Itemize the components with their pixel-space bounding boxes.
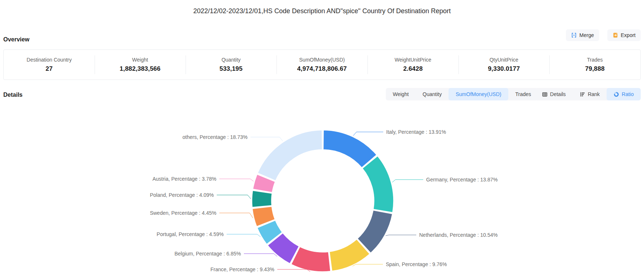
chart-leader-others xyxy=(250,137,283,141)
view-tab-group: DetailsRankRatio xyxy=(535,88,641,100)
stat-label: Weight xyxy=(132,57,148,63)
chart-leader-spain xyxy=(352,264,383,266)
chart-label-spain: Spain, Percentage : 9.76% xyxy=(386,261,447,267)
stat-value: 4,974,718,806.67 xyxy=(297,65,347,73)
chart-leader-netherlands xyxy=(386,235,417,236)
view-tab-rank[interactable]: Rank xyxy=(573,88,607,100)
table-icon xyxy=(542,92,548,97)
chart-label-austria: Austria, Percentage : 3.78% xyxy=(153,176,216,182)
donut-slice-france[interactable] xyxy=(291,247,330,272)
chart-label-sweden: Sweden, Percentage : 4.45% xyxy=(150,210,216,216)
stat-cell-weight: Weight1,882,383,566 xyxy=(95,50,186,80)
metric-tab-sumofmoney-usd[interactable]: SumOfMoney(USD) xyxy=(449,88,508,100)
stat-label: Quantity xyxy=(222,57,241,63)
chart-label-italy: Italy, Percentage : 13.91% xyxy=(386,129,446,135)
chart-leader-austria xyxy=(219,179,253,181)
stat-cell-quantity: Quantity533,195 xyxy=(186,50,277,80)
chart-leader-poland xyxy=(217,195,251,199)
details-heading: Details xyxy=(3,92,22,98)
stat-value: 1,882,383,566 xyxy=(120,65,160,73)
view-tab-label: Details xyxy=(550,91,566,97)
chart-leader-germany xyxy=(392,180,423,182)
chart-label-portugal: Portugal, Percentage : 4.59% xyxy=(157,231,224,237)
chart-label-germany: Germany, Percentage : 13.87% xyxy=(426,177,498,183)
chart-leader-sweden xyxy=(219,213,253,218)
donut-slice-poland[interactable] xyxy=(252,191,272,207)
metric-tab-group: WeightQuantitySumOfMoney(USD)Trades xyxy=(386,88,538,100)
stat-cell-trades: Trades79,888 xyxy=(549,50,640,80)
stat-label: Trades xyxy=(587,57,603,63)
export-icon xyxy=(612,32,618,38)
export-button-label: Export xyxy=(621,32,636,38)
chart-label-belgium: Belgium, Percentage : 6.85% xyxy=(175,251,241,257)
view-tab-details[interactable]: Details xyxy=(535,88,573,100)
donut-slice-others[interactable] xyxy=(258,130,322,181)
donut-chart: Italy, Percentage : 13.91%Germany, Perce… xyxy=(0,0,644,276)
merge-button[interactable]: Merge xyxy=(566,29,599,41)
stat-cell-destination-country: Destination Country27 xyxy=(4,50,95,80)
chart-label-france: France, Percentage : 9.43% xyxy=(211,266,274,272)
stat-value: 9,330.0177 xyxy=(488,65,520,73)
chart-label-poland: Poland, Percentage : 4.09% xyxy=(150,192,214,198)
stat-cell-weightunitprice: WeightUnitPrice2.6428 xyxy=(367,50,458,80)
chart-leader-belgium xyxy=(244,254,277,257)
metric-tab-quantity[interactable]: Quantity xyxy=(416,88,449,100)
stat-value: 79,888 xyxy=(585,65,604,73)
stat-cell-sumofmoney-usd: SumOfMoney(USD)4,974,718,806.67 xyxy=(277,50,367,80)
stat-label: Destination Country xyxy=(27,57,72,63)
stat-value: 533,195 xyxy=(220,65,243,73)
donut-slice-germany[interactable] xyxy=(362,156,394,213)
overview-heading: Overview xyxy=(3,36,29,43)
metric-tab-weight[interactable]: Weight xyxy=(386,88,416,100)
stat-label: QtyUnitPrice xyxy=(490,57,519,63)
donut-slice-italy[interactable] xyxy=(323,130,377,168)
chart-leader-italy xyxy=(353,132,383,136)
stat-label: WeightUnitPrice xyxy=(395,57,431,63)
overview-stats: Destination Country27Weight1,882,383,566… xyxy=(3,49,641,80)
export-button[interactable]: Export xyxy=(607,29,641,41)
rank-icon xyxy=(580,92,585,97)
page-title: 2022/12/02-2023/12/01,HS Code Descriptio… xyxy=(0,7,644,15)
stat-value: 2.6428 xyxy=(403,65,422,73)
metric-tab-trades[interactable]: Trades xyxy=(508,88,538,100)
stat-label: SumOfMoney(USD) xyxy=(299,57,345,63)
chart-leader-portugal xyxy=(227,234,260,237)
stat-cell-qtyunitprice: QtyUnitPrice9,330.0177 xyxy=(458,50,549,80)
merge-icon xyxy=(571,32,577,38)
chart-label-others: others, Percentage : 18.73% xyxy=(183,134,248,140)
view-tab-label: Ratio xyxy=(622,91,634,97)
view-tab-ratio[interactable]: Ratio xyxy=(607,88,641,100)
donut-icon xyxy=(614,92,619,97)
chart-label-netherlands: Netherlands, Percentage : 10.54% xyxy=(419,232,498,238)
view-tab-label: Rank xyxy=(588,91,600,97)
merge-button-label: Merge xyxy=(579,32,594,38)
stat-value: 27 xyxy=(45,65,52,73)
action-buttons: Merge Export xyxy=(566,29,641,41)
